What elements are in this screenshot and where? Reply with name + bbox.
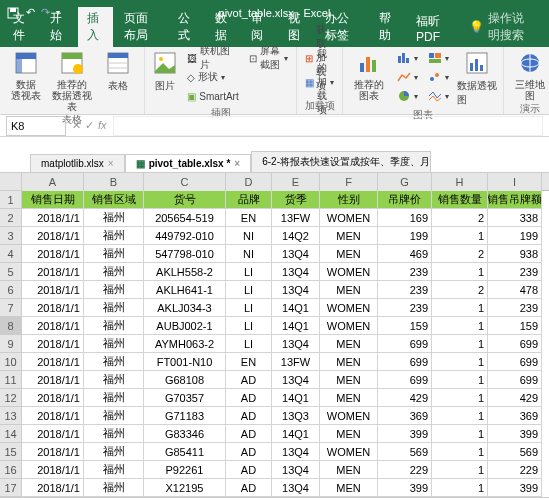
data-cell[interactable]: 福州: [84, 227, 144, 245]
data-cell[interactable]: 1: [432, 425, 488, 443]
data-cell[interactable]: 699: [488, 371, 542, 389]
data-cell[interactable]: 13Q4: [272, 281, 320, 299]
col-header[interactable]: G: [378, 173, 432, 191]
col-header[interactable]: F: [320, 173, 378, 191]
data-cell[interactable]: 569: [378, 443, 432, 461]
data-cell[interactable]: 699: [488, 353, 542, 371]
row-header[interactable]: 17: [0, 479, 22, 497]
data-cell[interactable]: 1: [432, 389, 488, 407]
row-header[interactable]: 14: [0, 425, 22, 443]
data-cell[interactable]: 399: [488, 425, 542, 443]
data-cell[interactable]: WOMEN: [320, 299, 378, 317]
data-cell[interactable]: 229: [378, 461, 432, 479]
ribbon-tab-9[interactable]: 帮助: [370, 7, 405, 47]
data-cell[interactable]: 1: [432, 461, 488, 479]
data-cell[interactable]: 13FW: [272, 353, 320, 371]
data-cell[interactable]: WOMEN: [320, 443, 378, 461]
chart-type-2[interactable]: ▾: [395, 68, 420, 86]
data-cell[interactable]: 2018/1/1: [22, 317, 84, 335]
data-cell[interactable]: 1: [432, 371, 488, 389]
data-cell[interactable]: 2018/1/1: [22, 335, 84, 353]
row-header[interactable]: 13: [0, 407, 22, 425]
data-cell[interactable]: G83346: [144, 425, 226, 443]
data-cell[interactable]: LI: [226, 281, 272, 299]
data-cell[interactable]: 福州: [84, 299, 144, 317]
ribbon-tab-4[interactable]: 公式: [169, 7, 204, 47]
data-cell[interactable]: 2018/1/1: [22, 443, 84, 461]
data-cell[interactable]: 205654-519: [144, 209, 226, 227]
data-cell[interactable]: 399: [488, 479, 542, 497]
data-cell[interactable]: 239: [378, 263, 432, 281]
data-cell[interactable]: MEN: [320, 479, 378, 497]
data-cell[interactable]: 1: [432, 335, 488, 353]
ribbon-tab-10[interactable]: 福昕PDF: [407, 10, 459, 47]
data-cell[interactable]: G85411: [144, 443, 226, 461]
data-cell[interactable]: LI: [226, 317, 272, 335]
data-cell[interactable]: 1: [432, 263, 488, 281]
data-cell[interactable]: 14Q1: [272, 317, 320, 335]
data-cell[interactable]: 159: [378, 317, 432, 335]
data-cell[interactable]: 699: [378, 335, 432, 353]
data-cell[interactable]: 2: [432, 281, 488, 299]
cancel-icon[interactable]: ✕: [72, 119, 81, 132]
workbook-tab[interactable]: matplotlib.xlsx×: [30, 154, 125, 172]
data-cell[interactable]: AD: [226, 425, 272, 443]
data-cell[interactable]: 239: [488, 299, 542, 317]
formula-bar[interactable]: [113, 116, 543, 136]
data-cell[interactable]: 569: [488, 443, 542, 461]
data-cell[interactable]: 13Q4: [272, 245, 320, 263]
ribbon-tab-2[interactable]: 插入: [78, 7, 113, 47]
data-cell[interactable]: MEN: [320, 227, 378, 245]
select-all-corner[interactable]: [0, 173, 22, 191]
data-cell[interactable]: 2018/1/1: [22, 371, 84, 389]
data-cell[interactable]: 13Q4: [272, 461, 320, 479]
data-cell[interactable]: 福州: [84, 425, 144, 443]
data-cell[interactable]: 239: [488, 263, 542, 281]
data-cell[interactable]: 429: [488, 389, 542, 407]
data-cell[interactable]: MEN: [320, 389, 378, 407]
data-cell[interactable]: 399: [378, 425, 432, 443]
col-header[interactable]: C: [144, 173, 226, 191]
data-cell[interactable]: 13FW: [272, 209, 320, 227]
data-cell[interactable]: 福州: [84, 407, 144, 425]
data-cell[interactable]: 1: [432, 443, 488, 461]
row-header[interactable]: 3: [0, 227, 22, 245]
data-cell[interactable]: AD: [226, 389, 272, 407]
data-cell[interactable]: AD: [226, 479, 272, 497]
data-cell[interactable]: 469: [378, 245, 432, 263]
data-cell[interactable]: 福州: [84, 263, 144, 281]
data-cell[interactable]: AKLH641-1: [144, 281, 226, 299]
data-cell[interactable]: 1: [432, 299, 488, 317]
col-header[interactable]: D: [226, 173, 272, 191]
data-cell[interactable]: 13Q4: [272, 263, 320, 281]
data-cell[interactable]: 369: [488, 407, 542, 425]
data-cell[interactable]: 14Q2: [272, 227, 320, 245]
header-cell[interactable]: 性别: [320, 191, 378, 209]
close-tab-icon[interactable]: ×: [108, 158, 114, 169]
data-cell[interactable]: WOMEN: [320, 407, 378, 425]
header-cell[interactable]: 吊牌价: [378, 191, 432, 209]
data-cell[interactable]: 338: [488, 209, 542, 227]
fx-icon[interactable]: fx: [98, 119, 107, 132]
data-cell[interactable]: 福州: [84, 479, 144, 497]
data-cell[interactable]: 福州: [84, 389, 144, 407]
data-cell[interactable]: 2018/1/1: [22, 299, 84, 317]
ribbon-tab-1[interactable]: 开始: [41, 7, 76, 47]
row-header[interactable]: 1: [0, 191, 22, 209]
data-cell[interactable]: 福州: [84, 317, 144, 335]
data-cell[interactable]: NI: [226, 245, 272, 263]
confirm-icon[interactable]: ✓: [85, 119, 94, 132]
data-cell[interactable]: 1: [432, 479, 488, 497]
data-cell[interactable]: 369: [378, 407, 432, 425]
data-cell[interactable]: 2018/1/1: [22, 209, 84, 227]
row-header[interactable]: 11: [0, 371, 22, 389]
chart-type-6[interactable]: ▾: [426, 87, 451, 105]
data-cell[interactable]: NI: [226, 227, 272, 245]
data-cell[interactable]: 14Q1: [272, 389, 320, 407]
shapes-button[interactable]: ◇形状▾: [185, 68, 240, 86]
header-cell[interactable]: 货季: [272, 191, 320, 209]
data-cell[interactable]: G71183: [144, 407, 226, 425]
data-cell[interactable]: 1: [432, 317, 488, 335]
data-cell[interactable]: 福州: [84, 353, 144, 371]
data-cell[interactable]: MEN: [320, 353, 378, 371]
